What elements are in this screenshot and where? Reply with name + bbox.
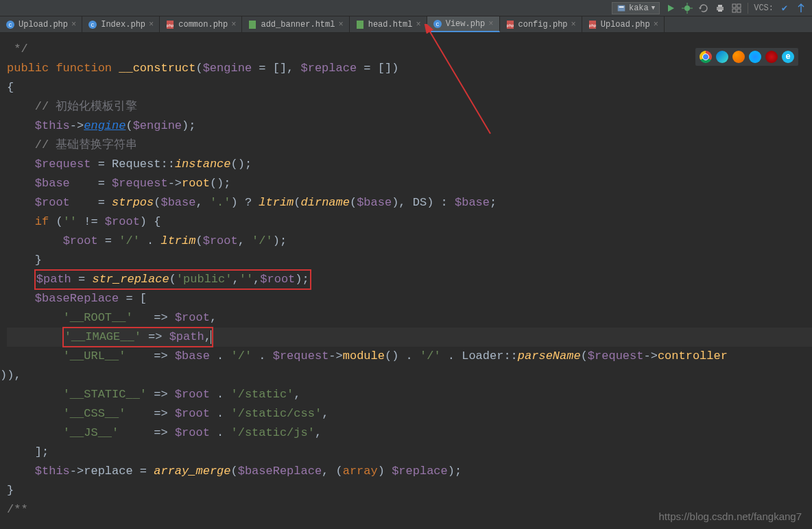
svg-rect-22 (249, 21, 256, 29)
variable: $replace (301, 62, 357, 75)
variable: $engine (203, 62, 252, 75)
tab-label: Index.php (101, 20, 145, 29)
variable: $baseReplace (238, 465, 322, 478)
editor-tabs: CUpload.php× CIndex.php× phpcommon.php× … (0, 16, 812, 33)
class-name: Request (112, 158, 160, 171)
html-file-icon (248, 20, 257, 29)
comment: /** (7, 503, 28, 516)
close-icon[interactable]: × (416, 20, 421, 29)
close-icon[interactable]: × (488, 19, 493, 29)
svg-rect-0 (618, 5, 625, 11)
variable: $request (588, 349, 644, 362)
tab-label: head.html (368, 20, 413, 29)
run-icon[interactable] (665, 3, 676, 14)
variable: $root (175, 311, 210, 324)
keyword: public (7, 62, 49, 75)
close-icon[interactable]: × (338, 20, 343, 29)
comment: 基础替换字符串 (56, 138, 137, 151)
tab-common-php[interactable]: phpcommon.php× (160, 16, 242, 32)
chrome-icon[interactable] (700, 51, 712, 63)
separator (748, 3, 748, 14)
safari-icon[interactable] (749, 51, 761, 63)
string: '/' (231, 349, 252, 362)
function: str_replace (92, 273, 169, 286)
reload-icon[interactable] (698, 3, 709, 14)
variable: $base (175, 349, 210, 362)
svg-text:php: php (167, 23, 174, 28)
close-icon[interactable]: × (571, 20, 576, 29)
tab-upload-php[interactable]: CUpload.php× (0, 16, 82, 32)
close-icon[interactable]: × (71, 20, 76, 29)
printer-icon[interactable] (715, 3, 726, 14)
php-file-icon: php (505, 20, 515, 29)
variable: $replace (392, 465, 448, 478)
debug-icon[interactable] (682, 3, 693, 14)
chevron-down-icon: ▼ (652, 5, 655, 12)
variable: $baseReplace (35, 292, 119, 305)
class-name: Loader (462, 349, 503, 362)
php-file-icon: php (165, 20, 175, 29)
function: strpos (112, 196, 154, 209)
run-config-selector[interactable]: kaka ▼ (612, 2, 660, 14)
tab-upload-php-2[interactable]: phpUpload.php× (582, 16, 665, 32)
highlighted-code-box-1: $path = str_replace('public','',$root); (35, 270, 311, 289)
php-class-icon: C (88, 20, 97, 29)
close-icon[interactable]: × (149, 20, 154, 29)
string: '/static/js' (231, 426, 315, 439)
close-icon[interactable]: × (654, 20, 658, 29)
comment: */ (7, 42, 28, 56)
code-editor[interactable]: */ public function __construct($engine =… (0, 33, 812, 519)
string: '/' (119, 234, 140, 247)
html-file-icon (355, 20, 365, 29)
variable: $base (160, 196, 195, 209)
tab-head-html[interactable]: head.html× (350, 16, 427, 32)
variable: $this (35, 465, 70, 478)
string: 'public' (176, 273, 232, 286)
variable: $request (35, 158, 91, 171)
tab-label: add_banner.html (261, 20, 335, 29)
svg-rect-14 (732, 9, 736, 12)
tab-index-php[interactable]: CIndex.php× (82, 16, 160, 32)
svg-point-3 (684, 5, 690, 11)
firefox-icon[interactable] (732, 51, 745, 63)
variable: $base (455, 196, 490, 209)
string: '/' (420, 349, 441, 362)
svg-text:php: php (506, 23, 514, 28)
php-file-icon: php (588, 20, 597, 29)
svg-rect-1 (619, 6, 623, 8)
close-icon[interactable]: × (231, 20, 236, 29)
edge-icon[interactable] (716, 51, 728, 63)
variable: $root (175, 388, 210, 401)
method-link[interactable]: engine (84, 119, 126, 132)
method: root (182, 177, 210, 190)
svg-rect-15 (737, 9, 741, 12)
string: '/static' (230, 388, 294, 401)
tab-config-php[interactable]: phpconfig.php× (500, 16, 582, 32)
variable: $root (175, 407, 210, 420)
string: '/' (252, 234, 273, 247)
tab-add-banner-html[interactable]: add_banner.html× (242, 16, 349, 32)
ie-icon[interactable]: e (782, 51, 794, 63)
vcs-icon[interactable] (796, 3, 807, 14)
variable: $root (35, 196, 70, 209)
svg-rect-10 (718, 5, 722, 7)
tab-label: View.php (446, 19, 486, 29)
tab-label: config.php (518, 20, 568, 29)
opera-icon[interactable] (765, 51, 778, 63)
search-icon[interactable] (731, 3, 742, 14)
variable: $this (35, 119, 70, 132)
tab-view-php[interactable]: CView.php× (427, 16, 500, 32)
highlighted-code-box-2: '__IMAGE__' => $path, (63, 328, 213, 347)
text-cursor (211, 330, 211, 344)
variable: $engine (133, 119, 182, 132)
tab-label: Upload.php (19, 20, 68, 29)
string: '__URL__' (63, 349, 126, 362)
string: '' (239, 273, 253, 286)
vcs-checkmark-icon[interactable]: ✔ (779, 3, 790, 14)
variable: $path (36, 273, 71, 286)
php-class-icon: C (5, 20, 15, 29)
run-config-label: kaka (629, 3, 649, 13)
method: parseName (518, 349, 581, 362)
svg-text:C: C (91, 22, 95, 28)
vcs-label: VCS: (754, 3, 774, 13)
